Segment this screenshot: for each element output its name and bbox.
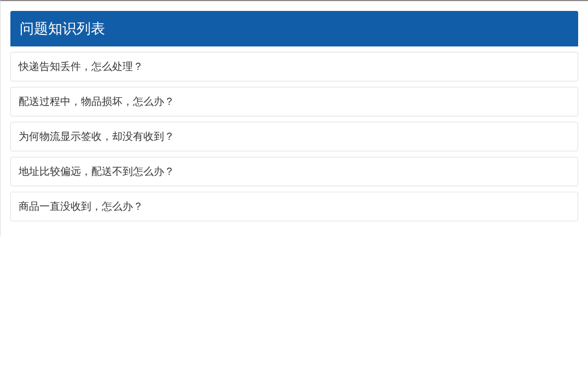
faq-item-2[interactable]: 为何物流显示签收，却没有收到？ [10,122,578,151]
faq-item-1[interactable]: 配送过程中，物品损坏，怎么办？ [10,87,578,116]
faq-item-0[interactable]: 快递告知丢件，怎么处理？ [10,52,578,81]
faq-item-3[interactable]: 地址比较偏远，配送不到怎么办？ [10,157,578,186]
faq-list: 快递告知丢件，怎么处理？ 配送过程中，物品损坏，怎么办？ 为何物流显示签收，却没… [10,52,578,221]
panel-title: 问题知识列表 [10,11,578,46]
faq-item-4[interactable]: 商品一直没收到，怎么办？ [10,192,578,221]
faq-panel: 问题知识列表 快递告知丢件，怎么处理？ 配送过程中，物品损坏，怎么办？ 为何物流… [1,1,588,237]
